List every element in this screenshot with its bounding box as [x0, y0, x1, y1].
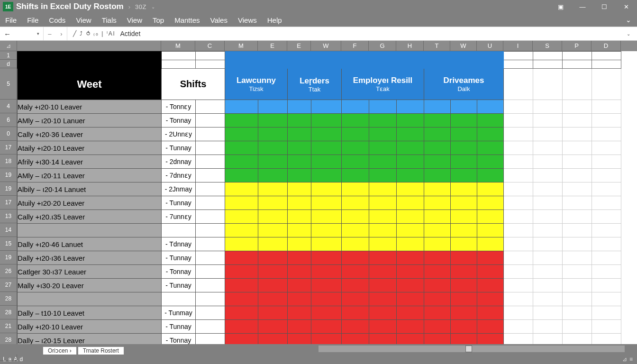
- roster-cell[interactable]: [258, 182, 288, 196]
- employee-cell[interactable]: Cally +ı20·36 Leaver: [18, 127, 162, 141]
- cell[interactable]: [592, 279, 621, 292]
- cell[interactable]: [592, 196, 621, 210]
- roster-cell[interactable]: [369, 169, 397, 182]
- roster-cell[interactable]: [369, 114, 397, 127]
- cell[interactable]: [504, 196, 533, 210]
- employee-cell[interactable]: Catlger 30·ı37 Leauer: [18, 265, 162, 279]
- column-header[interactable]: T: [424, 41, 450, 51]
- roster-cell[interactable]: [342, 334, 369, 345]
- cell[interactable]: [592, 320, 621, 334]
- employee-cell[interactable]: Dally +ı20·10 Leaver: [18, 320, 162, 334]
- roster-cell[interactable]: [258, 127, 288, 141]
- roster-cell[interactable]: [225, 127, 258, 141]
- row-header[interactable]: 19: [0, 182, 17, 196]
- employee-cell[interactable]: Albily – ı20·14 Lanuet: [18, 182, 162, 196]
- minimize-button[interactable]: —: [572, 0, 593, 13]
- menu-help[interactable]: Help: [262, 14, 287, 26]
- shift-cell[interactable]: - 2dnnay: [162, 155, 196, 169]
- column-header[interactable]: H: [396, 41, 424, 51]
- employee-cell[interactable]: Afrily +ı30·14 Leaver: [18, 155, 162, 169]
- row-header[interactable]: 26: [0, 264, 17, 278]
- shift-cell[interactable]: - Tunmay: [162, 306, 196, 320]
- column-header[interactable]: [17, 41, 161, 51]
- employee-cell[interactable]: Dally – t10·10 Leavet: [18, 306, 162, 320]
- roster-cell[interactable]: [397, 292, 424, 306]
- column-header[interactable]: U: [477, 41, 503, 51]
- row-header[interactable]: 4: [0, 100, 17, 113]
- shift-cell[interactable]: - Tunnay: [162, 320, 196, 334]
- cell[interactable]: [504, 237, 533, 251]
- employee-cell[interactable]: Dally +ı20·ı36 Leaver: [18, 251, 162, 265]
- cell[interactable]: [196, 141, 225, 155]
- shift-cell[interactable]: - Tdnnay: [162, 237, 196, 251]
- roster-cell[interactable]: [258, 100, 288, 114]
- column-header[interactable]: I: [503, 41, 533, 51]
- cell[interactable]: [196, 306, 225, 320]
- roster-cell[interactable]: [342, 279, 369, 292]
- shift-cell[interactable]: - Tonnɛy: [162, 100, 196, 114]
- roster-cell[interactable]: [369, 334, 397, 345]
- menu-manttes[interactable]: Manttes: [169, 14, 205, 26]
- roster-cell[interactable]: [258, 320, 288, 334]
- roster-cell[interactable]: [424, 251, 451, 265]
- roster-cell[interactable]: [342, 320, 369, 334]
- cell[interactable]: [533, 292, 563, 306]
- cell[interactable]: [533, 182, 563, 196]
- roster-cell[interactable]: [369, 306, 397, 320]
- roster-cell[interactable]: [369, 265, 397, 279]
- cell[interactable]: [592, 114, 621, 127]
- cell[interactable]: [196, 292, 225, 306]
- maximize-button[interactable]: ☐: [593, 0, 615, 13]
- roster-cell[interactable]: [451, 251, 477, 265]
- roster-cell[interactable]: [451, 141, 477, 155]
- roster-cell[interactable]: [225, 292, 258, 306]
- forward-icon[interactable]: ›: [60, 30, 62, 37]
- roster-cell[interactable]: [288, 292, 311, 306]
- roster-cell[interactable]: [311, 292, 342, 306]
- roster-cell[interactable]: [397, 224, 424, 237]
- roster-cell[interactable]: [225, 251, 258, 265]
- roster-cell[interactable]: [477, 279, 504, 292]
- shift-cell[interactable]: [162, 292, 196, 306]
- shift-cell[interactable]: - 2Unnɛy: [162, 127, 196, 141]
- cell[interactable]: [563, 141, 592, 155]
- row-header[interactable]: 1: [0, 51, 17, 60]
- roster-cell[interactable]: [451, 224, 477, 237]
- roster-cell[interactable]: [369, 155, 397, 169]
- cell[interactable]: [563, 196, 592, 210]
- roster-cell[interactable]: [258, 251, 288, 265]
- roster-cell[interactable]: [477, 141, 504, 155]
- scroll-thumb[interactable]: [465, 346, 472, 352]
- column-header[interactable]: E: [258, 41, 287, 51]
- column-header[interactable]: W: [311, 41, 341, 51]
- roster-cell[interactable]: [225, 141, 258, 155]
- row-header[interactable]: 18: [0, 155, 17, 168]
- cell[interactable]: [533, 196, 563, 210]
- roster-cell[interactable]: [451, 334, 477, 345]
- roster-cell[interactable]: [369, 100, 397, 114]
- cell[interactable]: [196, 237, 225, 251]
- roster-cell[interactable]: [477, 182, 504, 196]
- cell[interactable]: [196, 114, 225, 127]
- roster-cell[interactable]: [424, 224, 451, 237]
- roster-cell[interactable]: [369, 141, 397, 155]
- roster-cell[interactable]: [225, 210, 258, 224]
- cell[interactable]: [563, 320, 592, 334]
- roster-cell[interactable]: [225, 114, 258, 127]
- roster-cell[interactable]: [477, 196, 504, 210]
- horizontal-scrollbar[interactable]: [318, 346, 625, 352]
- cell[interactable]: [563, 279, 592, 292]
- cell[interactable]: [533, 224, 563, 237]
- roster-cell[interactable]: [288, 169, 311, 182]
- roster-cell[interactable]: [397, 196, 424, 210]
- roster-cell[interactable]: [397, 279, 424, 292]
- roster-cell[interactable]: [477, 334, 504, 345]
- row-header[interactable]: 21: [0, 319, 17, 333]
- roster-cell[interactable]: [258, 334, 288, 345]
- roster-cell[interactable]: [369, 196, 397, 210]
- roster-cell[interactable]: [369, 251, 397, 265]
- cell[interactable]: [563, 265, 592, 279]
- cell[interactable]: [563, 182, 592, 196]
- roster-cell[interactable]: [288, 127, 311, 141]
- roster-cell[interactable]: [258, 169, 288, 182]
